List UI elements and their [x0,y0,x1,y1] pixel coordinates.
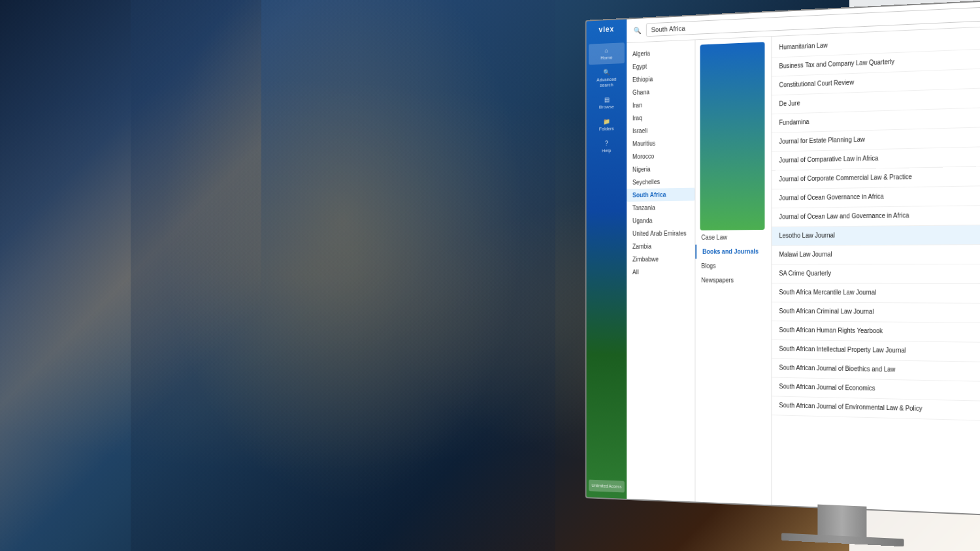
journal-name-ocean-law: Journal of Ocean Law and Governance in A… [779,210,980,221]
country-item-seychelles[interactable]: Seychelles [627,175,694,189]
monitor-screen: vlex ⌂ Home 🔍 Advanced search ▤ Browse 📁… [585,0,980,516]
monitor: vlex ⌂ Home 🔍 Advanced search ▤ Browse 📁… [574,0,980,551]
journal-name-bioethics: South African Journal of Bioethics and L… [779,364,980,376]
country-item-zimbabwe[interactable]: Zimbabwe [627,253,694,266]
journal-item-environmental[interactable]: South African Journal of Environmental L… [772,396,980,421]
journal-name-malawi: Malawi Law Journal [779,249,980,259]
country-item-south-africa[interactable]: South Africa [627,188,694,202]
journal-item-criminal[interactable]: South African Criminal Law Journal≡ [772,302,980,323]
journal-name-economics: South African Journal of Economics [779,382,980,395]
sidebar-item-help[interactable]: ? Help [589,136,625,157]
person-background [131,0,555,551]
sidebar-item-browse[interactable]: ▤ Browse [589,92,625,114]
category-item-newspapers[interactable]: Newspapers [695,273,771,287]
vlex-sidebar: vlex ⌂ Home 🔍 Advanced search ▤ Browse 📁… [587,20,627,499]
countries-panel: AlgeriaEgyptEthiopiaGhanaIranIraqIsraeli… [627,40,695,501]
sidebar-item-home[interactable]: ⌂ Home [589,42,625,65]
journal-name-humanitarian-law: Humanitarian Law [779,35,980,52]
journal-name-criminal: South African Criminal Law Journal [779,307,980,317]
country-item-mauritius[interactable]: Mauritius [627,136,694,150]
journal-item-malawi[interactable]: Malawi Law Journal≡ [772,245,980,265]
sidebar-item-folders[interactable]: 📁 Folders [589,114,625,136]
search-icon-bar: 🔍 [634,26,642,35]
journals-panel: Humanitarian Law≡Business Tax and Compan… [772,27,980,514]
gradient-decoration [700,42,765,230]
folders-icon: 📁 [591,118,622,125]
country-item-nigeria[interactable]: Nigeria [627,162,694,176]
category-item-books-and-journals[interactable]: Books and Journals [695,244,771,259]
journal-name-comparative-law: Journal of Comparative Law in Africa [779,151,980,165]
journal-name-mercantile: South Africa Mercantile Law Journal [779,288,980,298]
sidebar-item-advanced-search[interactable]: 🔍 Advanced search [589,65,625,92]
journal-item-sa-crime[interactable]: SA Crime Quarterly≡ [772,264,980,284]
journal-item-ocean-governance[interactable]: Journal of Ocean Governance in Africa≡ [772,186,980,208]
journal-name-human-rights: South African Human Rights Yearbook [779,326,980,337]
journal-item-human-rights[interactable]: South African Human Rights Yearbook≡ [772,321,980,343]
journal-item-lesotho[interactable]: Lesotho Law Journal≡ [772,225,980,246]
categories-panel: Case LawBooks and JournalsBlogsNewspaper… [695,37,772,505]
journal-name-business-tax: Business Tax and Company Law Quarterly [779,54,980,71]
category-item-blogs[interactable]: Blogs [695,259,771,273]
country-item-zambia[interactable]: Zambia [627,240,694,253]
content-panels: AlgeriaEgyptEthiopiaGhanaIranIraqIsraeli… [627,27,980,514]
journal-name-ocean-governance: Journal of Ocean Governance in Africa [779,191,980,202]
browse-icon: ▤ [591,96,622,104]
vlex-logo: vlex [599,25,614,34]
main-content: 🔍 AlgeriaEgyptEthiopiaGhanaIranIraqIsrae… [627,1,980,514]
journal-name-sa-crime: SA Crime Quarterly [779,269,980,278]
country-item-uganda[interactable]: Uganda [627,213,694,227]
category-item-case-law[interactable]: Case Law [695,230,771,245]
country-item-tanzania[interactable]: Tanzania [627,200,694,214]
journal-name-corporate-commercial: Journal of Corporate Commercial Law & Pr… [779,171,980,183]
sidebar-item-unlimited-access[interactable]: Unlimited Access [589,480,625,493]
country-item-uae[interactable]: United Arab Emirates [627,227,694,240]
journal-item-mercantile[interactable]: South Africa Mercantile Law Journal≡ [772,283,980,304]
journal-name-intellectual-property: South African Intellectual Property Law … [779,345,980,356]
home-icon: ⌂ [591,46,622,54]
journal-name-environmental: South African Journal of Environmental L… [779,401,980,415]
journal-name-constitutional-court: Constitutional Court Review [779,74,980,90]
help-icon: ? [591,140,622,147]
journal-item-ocean-law[interactable]: Journal of Ocean Law and Governance in A… [772,206,980,227]
journal-name-estate-planning: Journal for Estate Planning Law [779,133,980,146]
journal-name-de-jure: De Jure [779,93,980,109]
journal-name-lesotho: Lesotho Law Journal [779,230,980,240]
country-item-all[interactable]: All [627,266,694,279]
country-item-israel[interactable]: Israeli [627,123,694,138]
journal-name-fundamina: Fundamina [779,113,980,127]
country-item-morocco[interactable]: Morocco [627,149,694,163]
search-icon: 🔍 [591,69,622,76]
